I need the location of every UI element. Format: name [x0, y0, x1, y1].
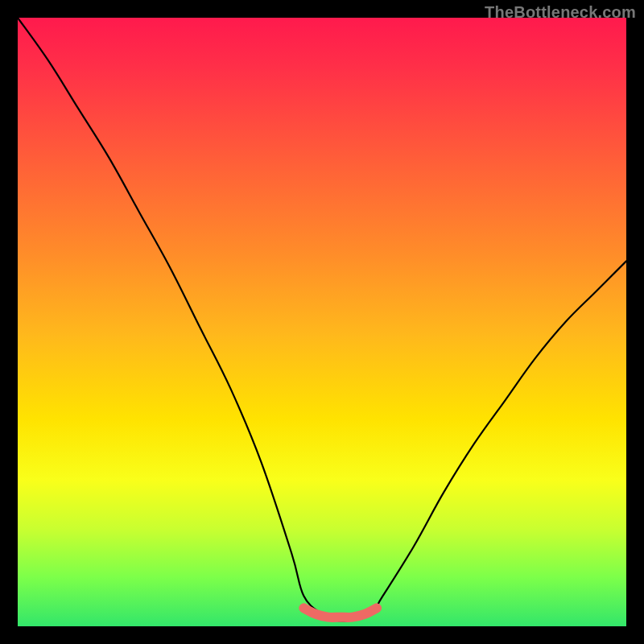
optimal-band: [303, 608, 377, 617]
bottleneck-curve: [18, 18, 626, 621]
curve-layer: [18, 18, 626, 626]
chart-frame: TheBottleneck.com: [0, 0, 644, 644]
plot-area: [18, 18, 626, 626]
watermark-text: TheBottleneck.com: [485, 3, 636, 22]
